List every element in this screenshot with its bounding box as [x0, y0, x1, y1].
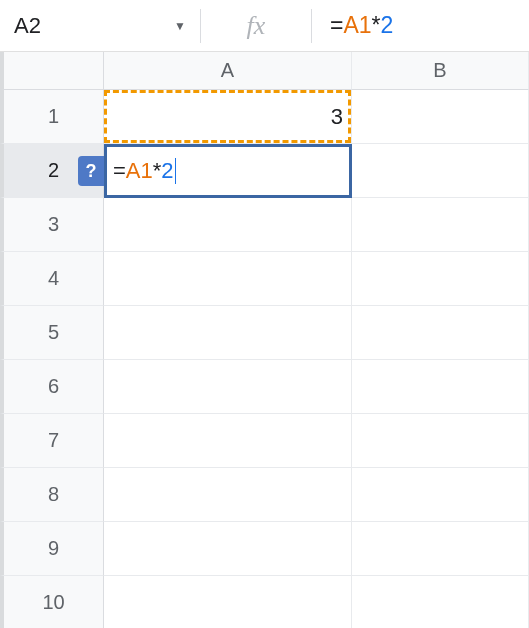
cell-a10[interactable] — [104, 576, 352, 628]
cell-b9[interactable] — [352, 522, 529, 576]
cell-b6[interactable] — [352, 360, 529, 414]
name-box[interactable]: A2 ▼ — [0, 0, 200, 51]
active-cell-editor[interactable]: ? =A1*2 — [104, 144, 352, 198]
column-header-a[interactable]: A — [104, 52, 352, 90]
cell-b3[interactable] — [352, 198, 529, 252]
formula-token-op: * — [372, 12, 381, 39]
row-header-3[interactable]: 3 — [0, 198, 104, 252]
table-row — [104, 414, 529, 468]
table-row — [104, 468, 529, 522]
editor-token-ref: A1 — [126, 158, 153, 184]
editor-token-num: 2 — [161, 158, 173, 184]
dropdown-icon[interactable]: ▼ — [174, 19, 186, 33]
cell-a6[interactable] — [104, 360, 352, 414]
row-header-6[interactable]: 6 — [0, 360, 104, 414]
row-header-7[interactable]: 7 — [0, 414, 104, 468]
formula-token-ref: A1 — [343, 12, 371, 39]
cell-b2[interactable] — [352, 144, 529, 198]
fx-icon: fx — [201, 11, 311, 41]
row-header-8[interactable]: 8 — [0, 468, 104, 522]
reference-highlight — [104, 90, 351, 143]
table-row — [104, 576, 529, 628]
select-all-corner[interactable] — [0, 52, 104, 90]
editor-token-op: * — [153, 158, 162, 184]
table-row: 3 — [104, 90, 529, 144]
formula-bar: A2 ▼ fx =A1*2 — [0, 0, 529, 52]
editor-token-eq: = — [113, 158, 126, 184]
cell-b4[interactable] — [352, 252, 529, 306]
cell-a5[interactable] — [104, 306, 352, 360]
cell-a1[interactable]: 3 — [104, 90, 352, 144]
cell-b7[interactable] — [352, 414, 529, 468]
cell-b5[interactable] — [352, 306, 529, 360]
cell-value: 3 — [331, 104, 343, 130]
row-header-1[interactable]: 1 — [0, 90, 104, 144]
row-header-10[interactable]: 10 — [0, 576, 104, 628]
table-row — [104, 198, 529, 252]
formula-token-num: 2 — [381, 12, 394, 39]
text-caret — [175, 158, 177, 184]
row-header-4[interactable]: 4 — [0, 252, 104, 306]
cell-a8[interactable] — [104, 468, 352, 522]
column-header-b[interactable]: B — [352, 52, 529, 90]
cell-a7[interactable] — [104, 414, 352, 468]
table-row — [104, 522, 529, 576]
cell-a3[interactable] — [104, 198, 352, 252]
formula-token-eq: = — [330, 12, 343, 39]
table-row — [104, 360, 529, 414]
table-row — [104, 306, 529, 360]
cell-b8[interactable] — [352, 468, 529, 522]
cell-a9[interactable] — [104, 522, 352, 576]
name-box-value: A2 — [14, 13, 41, 39]
column-headers: A B — [104, 52, 529, 90]
cell-a4[interactable] — [104, 252, 352, 306]
formula-input[interactable]: =A1*2 — [312, 12, 393, 39]
table-row — [104, 252, 529, 306]
formula-help-icon[interactable]: ? — [78, 156, 104, 186]
cell-b10[interactable] — [352, 576, 529, 628]
row-header-9[interactable]: 9 — [0, 522, 104, 576]
row-header-5[interactable]: 5 — [0, 306, 104, 360]
cell-editor-input[interactable]: =A1*2 — [104, 144, 352, 198]
cell-b1[interactable] — [352, 90, 529, 144]
